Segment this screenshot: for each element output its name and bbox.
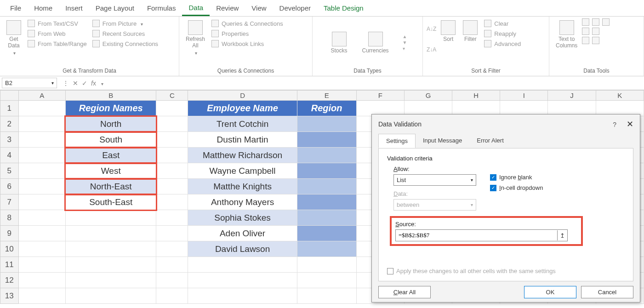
cell[interactable]: Region bbox=[297, 101, 356, 116]
currencies-button[interactable]: Currencies bbox=[359, 30, 392, 56]
tool-icon[interactable] bbox=[592, 37, 599, 44]
tab-developer[interactable]: Developer bbox=[273, 1, 317, 15]
cell[interactable] bbox=[297, 132, 356, 148]
consolidate-icon[interactable] bbox=[582, 28, 589, 35]
cell[interactable]: Trent Cotchin bbox=[188, 116, 297, 132]
row-header[interactable]: 8 bbox=[0, 210, 19, 226]
cell[interactable] bbox=[297, 194, 356, 210]
sort-desc-icon[interactable]: Z↓A bbox=[427, 46, 436, 53]
get-data-button[interactable]: Get Data bbox=[4, 18, 24, 58]
row-header[interactable]: 5 bbox=[0, 163, 19, 179]
advanced-button[interactable]: Advanced bbox=[482, 39, 523, 49]
row-header[interactable]: 3 bbox=[0, 132, 19, 148]
col-header[interactable]: E bbox=[297, 91, 356, 101]
close-icon[interactable]: ✕ bbox=[627, 120, 633, 129]
stocks-button[interactable]: Stocks bbox=[328, 30, 350, 56]
dialog-tab-input[interactable]: Input Message bbox=[416, 134, 469, 148]
expand-icon[interactable]: ▾ bbox=[403, 46, 407, 51]
tab-formulas[interactable]: Formulas bbox=[141, 1, 182, 15]
scroll-down-icon[interactable]: ▼ bbox=[403, 40, 407, 45]
from-textcsv-button[interactable]: From Text/CSV bbox=[26, 18, 89, 29]
tab-review[interactable]: Review bbox=[210, 1, 245, 15]
clear-button[interactable]: Clear bbox=[482, 18, 523, 29]
row-header[interactable]: 9 bbox=[0, 226, 19, 241]
relationships-icon[interactable] bbox=[592, 28, 599, 35]
workbook-links-button[interactable]: Workbook Links bbox=[210, 39, 285, 49]
cell[interactable]: Matthe Knights bbox=[188, 179, 297, 194]
incell-dropdown-checkbox[interactable]: ✓In-cell dropdown bbox=[490, 184, 543, 191]
col-header[interactable]: I bbox=[500, 91, 548, 101]
cell[interactable]: Wayne Campbell bbox=[188, 163, 297, 179]
cancel-button[interactable]: Cancel bbox=[581, 286, 633, 298]
row-header[interactable]: 2 bbox=[0, 116, 19, 132]
row-header[interactable]: 11 bbox=[0, 257, 19, 273]
row-header[interactable]: 6 bbox=[0, 179, 19, 194]
data-model-icon[interactable] bbox=[582, 37, 589, 44]
tab-insert[interactable]: Insert bbox=[59, 1, 89, 15]
col-header[interactable]: J bbox=[548, 91, 596, 101]
cell[interactable] bbox=[297, 210, 356, 226]
sort-asc-icon[interactable]: A↓Z bbox=[427, 26, 436, 32]
name-box[interactable]: B2▾ bbox=[2, 78, 57, 88]
col-header[interactable]: A bbox=[18, 91, 65, 101]
allow-combo[interactable]: List▾ bbox=[393, 174, 476, 186]
tab-home[interactable]: Home bbox=[28, 1, 59, 15]
ignore-blank-checkbox[interactable]: ✓Ignore blank bbox=[490, 174, 543, 181]
text-to-columns-button[interactable]: Text to Columns bbox=[553, 18, 580, 51]
help-icon[interactable]: ? bbox=[613, 121, 616, 128]
scroll-up-icon[interactable]: ▲ bbox=[403, 34, 407, 39]
row-header[interactable]: 1 bbox=[0, 101, 19, 116]
from-web-button[interactable]: From Web bbox=[26, 29, 89, 39]
cell[interactable] bbox=[297, 179, 356, 194]
cell[interactable]: North bbox=[65, 116, 156, 132]
cell[interactable]: West bbox=[65, 163, 156, 179]
data-validation-icon[interactable] bbox=[602, 18, 610, 26]
cell[interactable]: Aden Oliver bbox=[188, 226, 297, 241]
cell[interactable]: South-East bbox=[65, 194, 156, 210]
cell[interactable] bbox=[297, 148, 356, 163]
ok-button[interactable]: OK bbox=[524, 286, 576, 298]
source-input[interactable] bbox=[396, 230, 557, 241]
fx-icon[interactable]: fx bbox=[91, 80, 96, 87]
cell[interactable]: South bbox=[65, 132, 156, 148]
col-header[interactable]: H bbox=[452, 91, 500, 101]
row-header[interactable]: 7 bbox=[0, 194, 19, 210]
tab-pagelayout[interactable]: Page Layout bbox=[89, 1, 141, 15]
col-header[interactable]: F bbox=[356, 91, 404, 101]
col-header[interactable]: C bbox=[156, 91, 188, 101]
cell[interactable]: Anthony Mayers bbox=[188, 194, 297, 210]
col-header[interactable]: K bbox=[596, 91, 644, 101]
cell[interactable] bbox=[297, 116, 356, 132]
cell[interactable]: Dustin Martin bbox=[188, 132, 297, 148]
properties-button[interactable]: Properties bbox=[210, 29, 285, 39]
cell[interactable] bbox=[297, 226, 356, 241]
refresh-all-button[interactable]: Refresh All bbox=[183, 18, 208, 58]
from-picture-button[interactable]: From Picture bbox=[91, 18, 160, 29]
flash-fill-icon[interactable] bbox=[582, 18, 589, 26]
cell[interactable]: David Lawson bbox=[188, 241, 297, 257]
cell[interactable]: Employee Name bbox=[188, 101, 297, 116]
queries-connections-button[interactable]: Queries & Connections bbox=[210, 18, 285, 29]
range-picker-icon[interactable]: ↥ bbox=[557, 230, 567, 240]
enter-icon[interactable]: ✓ bbox=[82, 80, 87, 87]
row-header[interactable]: 12 bbox=[0, 273, 19, 288]
row-header[interactable]: 10 bbox=[0, 241, 19, 257]
sort-button[interactable]: Sort bbox=[438, 18, 458, 44]
from-table-button[interactable]: From Table/Range bbox=[26, 39, 89, 49]
existing-connections-button[interactable]: Existing Connections bbox=[91, 39, 160, 49]
tab-file[interactable]: File bbox=[4, 1, 28, 15]
tab-data[interactable]: Data bbox=[182, 0, 210, 16]
cell[interactable]: Region Names bbox=[65, 101, 156, 116]
cell[interactable]: North-East bbox=[65, 179, 156, 194]
cancel-icon[interactable]: ✕ bbox=[73, 80, 78, 87]
col-header[interactable]: B bbox=[65, 91, 156, 101]
cell[interactable]: Matthew Richardson bbox=[188, 148, 297, 163]
cell[interactable] bbox=[297, 241, 356, 257]
cell[interactable] bbox=[297, 163, 356, 179]
dialog-tab-settings[interactable]: Settings bbox=[378, 134, 416, 148]
cell[interactable]: East bbox=[65, 148, 156, 163]
remove-dup-icon[interactable] bbox=[592, 18, 599, 26]
col-header[interactable]: D bbox=[188, 91, 297, 101]
cell[interactable]: Sophia Stokes bbox=[188, 210, 297, 226]
reapply-button[interactable]: Reapply bbox=[482, 29, 523, 39]
